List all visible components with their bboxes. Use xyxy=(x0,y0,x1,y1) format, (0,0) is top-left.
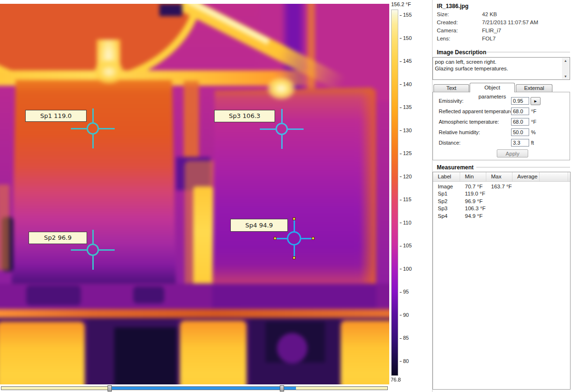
spot-label-sp4[interactable]: Sp4 94.9 xyxy=(230,219,288,232)
measurement-cell xyxy=(512,206,540,213)
tab-text-comments[interactable]: Text comments xyxy=(433,84,469,92)
param-label: Distance: xyxy=(439,140,511,146)
scale-tick xyxy=(400,61,402,62)
measurement-column-header[interactable]: Average xyxy=(512,172,540,181)
scale-tick-label: 125 xyxy=(403,150,412,156)
measurement-cell xyxy=(512,213,540,220)
temperature-span-slider[interactable] xyxy=(0,385,389,392)
measurement-rule xyxy=(476,167,570,167)
param-input-relative-humidity[interactable] xyxy=(511,128,529,136)
scale-tick-label: 80 xyxy=(403,358,409,364)
file-meta-value: FOL7 xyxy=(482,36,496,41)
measurement-row[interactable]: Sp494.9 °F xyxy=(433,213,570,220)
param-input-reflected-apparent-temperature[interactable] xyxy=(511,108,529,115)
measurement-cell xyxy=(540,213,568,220)
scale-tick-label: 115 xyxy=(403,196,412,202)
param-unit: °F xyxy=(531,119,536,125)
spot-crosshair-line xyxy=(71,128,87,129)
description-line: pop can left, screen right. xyxy=(435,59,561,65)
image-description-box[interactable]: pop can left, screen right.Glazing surfa… xyxy=(433,57,570,80)
param-input-distance[interactable] xyxy=(511,139,529,147)
measurement-cell: 96.9 °F xyxy=(460,198,486,206)
measurement-table[interactable]: LabelMinMaxAverage Image70.7 °F163.7 °FS… xyxy=(433,172,571,390)
measurement-cell xyxy=(512,184,540,191)
temperature-scale-bar[interactable] xyxy=(391,10,398,376)
scale-tick xyxy=(400,15,402,16)
spot-selection-handle[interactable] xyxy=(274,237,276,240)
file-meta-value: 42 KB xyxy=(482,11,497,17)
scale-tick-label: 110 xyxy=(403,220,412,225)
measurement-row[interactable]: Image70.7 °F163.7 °F xyxy=(433,184,570,191)
spot-label-sp1[interactable]: Sp1 119.0 xyxy=(25,110,87,122)
param-input-emissivity[interactable] xyxy=(511,97,529,105)
measurement-cell xyxy=(540,184,568,191)
spot-crosshair-line xyxy=(288,128,304,130)
scale-tick-label: 100 xyxy=(403,266,412,272)
scale-tick xyxy=(400,361,402,362)
flir-tools-window: Sp1 119.0Sp2 96.9Sp3 106.3Sp4 94.9 156.2… xyxy=(0,0,571,392)
measurement-cell xyxy=(486,198,512,206)
file-meta-label: Lens: xyxy=(437,36,450,41)
description-scrollbar[interactable]: ▲ ▼ xyxy=(562,58,569,79)
apply-button[interactable]: Apply xyxy=(497,149,528,157)
scale-tick-label: 150 xyxy=(403,35,412,41)
measurement-cell: 119.0 °F xyxy=(460,191,486,198)
measurement-cell: Sp4 xyxy=(433,213,460,220)
scale-tick xyxy=(400,108,402,108)
spot-crosshair-line xyxy=(260,128,276,130)
param-label: Relative humidity: xyxy=(439,129,511,135)
scale-tick-label: 90 xyxy=(403,312,409,318)
scale-tick xyxy=(400,154,402,154)
measurement-column-header[interactable] xyxy=(540,172,568,181)
tab-object-parameters[interactable]: Object parameters xyxy=(470,83,515,92)
slider-handle-high[interactable] xyxy=(280,385,284,392)
measurement-column-header[interactable]: Label xyxy=(433,172,460,181)
scroll-down-icon[interactable]: ▼ xyxy=(562,74,569,79)
measurement-column-header[interactable]: Min xyxy=(460,172,486,181)
scale-tick-label: 95 xyxy=(403,289,409,294)
spot-crosshair-line xyxy=(92,108,94,122)
scale-tick xyxy=(400,269,402,269)
measurement-row[interactable]: Sp296.9 °F xyxy=(433,198,570,206)
scale-tick xyxy=(400,176,402,177)
scale-tick-label: 140 xyxy=(403,81,412,87)
measurement-cell xyxy=(486,206,512,213)
description-line: Glazing surface temperatures. xyxy=(435,65,561,72)
spot-selection-handle[interactable] xyxy=(293,217,295,220)
spot-label-sp2[interactable]: Sp2 96.9 xyxy=(29,232,87,244)
thermal-image[interactable]: Sp1 119.0Sp2 96.9Sp3 106.3Sp4 94.9 xyxy=(0,4,389,384)
measurement-cell xyxy=(512,198,540,206)
spot-crosshair-line xyxy=(92,256,94,270)
scale-tick xyxy=(400,200,402,200)
slider-range-bar[interactable] xyxy=(110,387,296,390)
measurement-cell: Sp2 xyxy=(433,198,460,206)
measurement-table-body: Image70.7 °F163.7 °FSp1119.0 °FSp296.9 °… xyxy=(433,182,570,220)
spot-crosshair-line xyxy=(281,109,283,123)
measurement-cell xyxy=(540,198,568,206)
scale-tick xyxy=(400,292,402,293)
scroll-up-icon[interactable]: ▲ xyxy=(562,58,569,63)
spot-crosshair-line xyxy=(281,135,283,149)
file-meta-label: Created: xyxy=(437,20,458,25)
measurement-column-header[interactable]: Max xyxy=(486,172,512,181)
tab-external-sensor[interactable]: External Sensor xyxy=(516,84,552,92)
spot-label-sp3[interactable]: Sp3 106.3 xyxy=(214,110,275,122)
slider-handle-low[interactable] xyxy=(108,385,112,392)
param-unit: % xyxy=(531,129,536,135)
emissivity-picker-button[interactable]: ▶ xyxy=(531,97,541,105)
file-name: IR_1386.jpg xyxy=(437,3,469,10)
param-unit: ft xyxy=(531,140,534,146)
measurement-row[interactable]: Sp3106.3 °F xyxy=(433,206,570,213)
spot-selection-handle[interactable] xyxy=(293,256,295,259)
scale-tick-label: 155 xyxy=(403,12,412,18)
file-meta-label: Size: xyxy=(437,11,449,17)
scale-tick xyxy=(400,246,402,246)
scale-tick-label: 105 xyxy=(403,243,412,248)
file-meta-label: Camera: xyxy=(437,28,458,33)
scale-tick-label: 135 xyxy=(403,104,412,110)
spot-selection-handle[interactable] xyxy=(312,237,315,240)
param-input-atmospheric-temperature[interactable] xyxy=(511,118,529,126)
scale-tick xyxy=(400,84,402,85)
measurement-row[interactable]: Sp1119.0 °F xyxy=(433,191,570,198)
spot-crosshair-line xyxy=(99,128,115,129)
